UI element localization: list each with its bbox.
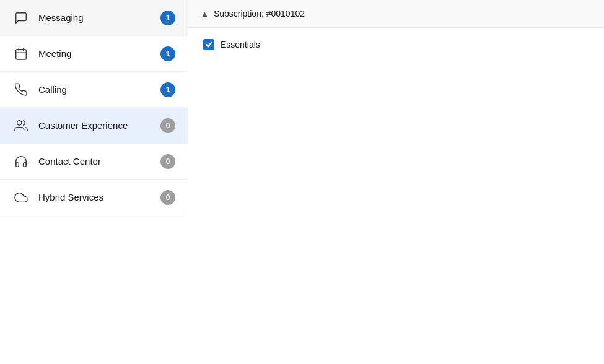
sidebar-item-meeting-label: Meeting	[38, 48, 160, 59]
subscription-body: Essentials	[188, 28, 604, 61]
sidebar-item-calling[interactable]: Calling 1	[0, 72, 188, 108]
phone-icon	[12, 81, 30, 98]
sidebar-item-messaging[interactable]: Messaging 1	[0, 0, 188, 36]
users-icon	[12, 117, 30, 134]
sidebar-item-hybrid-services-label: Hybrid Services	[38, 192, 160, 202]
calendar-icon	[12, 45, 30, 63]
subscription-header[interactable]: ▲ Subscription: #0010102	[188, 0, 604, 28]
essentials-row: Essentials	[203, 39, 589, 50]
sidebar: Messaging 1 Meeting 1 Calling 1 Customer…	[0, 0, 188, 364]
main-content: ▲ Subscription: #0010102 Essentials	[188, 0, 604, 364]
essentials-label: Essentials	[221, 40, 260, 50]
sidebar-item-messaging-label: Messaging	[38, 12, 160, 23]
sidebar-item-meeting-badge: 1	[160, 46, 175, 61]
chevron-up-icon: ▲	[201, 9, 209, 19]
svg-rect-0	[16, 49, 27, 59]
sidebar-item-contact-center[interactable]: Contact Center 0	[0, 144, 188, 180]
headset-icon	[12, 153, 30, 170]
essentials-checkbox[interactable]	[203, 39, 214, 50]
subscription-title: Subscription: #0010102	[214, 9, 305, 19]
sidebar-item-meeting[interactable]: Meeting 1	[0, 36, 188, 72]
sidebar-item-calling-badge: 1	[160, 82, 175, 97]
message-icon	[12, 9, 30, 27]
sidebar-item-hybrid-services-badge: 0	[160, 190, 175, 205]
sidebar-item-calling-label: Calling	[38, 84, 160, 95]
svg-point-4	[17, 120, 22, 124]
sidebar-item-customer-experience-badge: 0	[160, 118, 175, 133]
cloud-icon	[12, 189, 30, 206]
sidebar-item-messaging-badge: 1	[160, 11, 175, 25]
sidebar-item-customer-experience-label: Customer Experience	[38, 120, 160, 131]
sidebar-item-customer-experience[interactable]: Customer Experience 0	[0, 108, 188, 144]
sidebar-item-hybrid-services[interactable]: Hybrid Services 0	[0, 180, 188, 215]
sidebar-item-contact-center-label: Contact Center	[38, 156, 160, 167]
sidebar-item-contact-center-badge: 0	[160, 154, 175, 169]
